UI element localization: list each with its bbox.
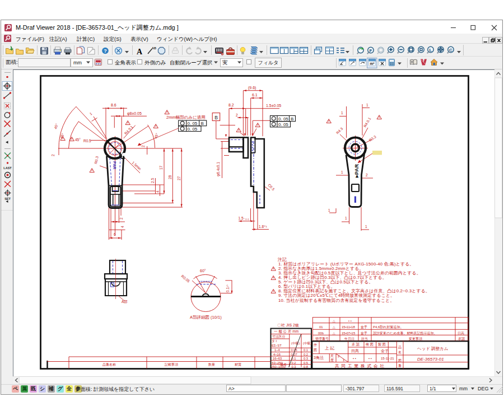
svg-text:0.1: 0.1 <box>304 348 308 352</box>
svg-text:金子: 金子 <box>360 325 367 329</box>
svg-text:製 図: 製 図 <box>378 343 386 347</box>
svg-text:17: 17 <box>159 165 163 170</box>
svg-text:材質: 材質 <box>234 362 241 367</box>
svg-text:6: 6 <box>114 232 116 236</box>
svg-text:• •: • • <box>368 357 372 360</box>
svg-text:年月日: 年月日 <box>344 337 354 341</box>
svg-text:管理番号: 管理番号 <box>315 337 329 341</box>
svg-text:△: △ <box>333 319 335 323</box>
svg-text:1.5±0.05: 1.5±0.05 <box>266 104 281 108</box>
svg-text:2.5: 2.5 <box>151 178 155 183</box>
svg-text:ΕΣι ST: ΕΣι ST <box>272 344 282 347</box>
svg-text:尺: 尺 <box>330 354 334 358</box>
svg-text:DE-36573-01: DE-36573-01 <box>417 357 444 362</box>
svg-text:C0.5: C0.5 <box>267 183 276 192</box>
svg-text:△: △ <box>333 325 335 329</box>
svg-text:承 認: 承 認 <box>351 342 360 347</box>
svg-text:A部: A部 <box>122 300 128 304</box>
svg-text:1: 1 <box>341 170 343 174</box>
svg-text:R4 0.1: R4 0.1 <box>363 116 372 128</box>
svg-text:R0.5: R0.5 <box>83 139 91 143</box>
svg-text:変更事項: 変更事項 <box>409 337 422 340</box>
svg-text:3角法: 3角法 <box>314 356 324 360</box>
svg-text:記載事項: 記載事項 <box>165 362 178 367</box>
svg-text:B: B <box>201 121 204 126</box>
svg-text:品: 品 <box>398 345 402 349</box>
svg-text:2: 2 <box>119 217 123 220</box>
svg-text:00b: 00b <box>318 332 324 335</box>
svg-text:• •: • • <box>348 319 352 323</box>
svg-text:0. 05: 0. 05 <box>278 116 288 122</box>
svg-text:1.5₋₀.₁: 1.5₋₀.₁ <box>239 216 250 220</box>
svg-text:16~63: 16~63 <box>273 357 282 360</box>
svg-text:8.6: 8.6 <box>111 103 116 107</box>
svg-text:0.05: 0.05 <box>291 348 297 352</box>
svg-text:金子: 金子 <box>381 349 389 353</box>
svg-text:2: 2 <box>236 113 238 117</box>
svg-text:0. 05: 0. 05 <box>188 121 198 126</box>
svg-text:R0.3: R0.3 <box>94 156 99 164</box>
svg-text:▸PAR: ▸PAR <box>353 164 360 178</box>
svg-text:作: 作 <box>313 343 317 347</box>
svg-text:4: 4 <box>120 226 124 228</box>
svg-text:28: 28 <box>168 175 172 179</box>
svg-text:共同工業株式会社: 共同工業株式会社 <box>335 363 386 368</box>
svg-text:図: 図 <box>314 348 317 352</box>
svg-text:1~4: 1~4 <box>274 348 281 352</box>
svg-text:度: 度 <box>330 358 334 362</box>
svg-text:R4.3: R4.3 <box>335 127 344 135</box>
svg-text:15•11•18: 15•11•18 <box>342 325 355 329</box>
svg-text:P4,6割れ対策追加。: P4,6割れ対策追加。 <box>373 325 403 329</box>
svg-text:R4 0.1: R4 0.1 <box>124 125 134 136</box>
svg-text:φ6.4±0.1: φ6.4±0.1 <box>216 162 221 176</box>
svg-text:B: B <box>291 116 293 122</box>
svg-text:1: 1 <box>89 111 93 116</box>
svg-text:15•07•15: 15•07•15 <box>342 332 356 335</box>
svg-text:0.5: 0.5 <box>304 361 308 365</box>
svg-text:45°: 45° <box>153 132 159 139</box>
svg-text:承認: 承認 <box>458 337 465 341</box>
svg-text:27: 27 <box>177 176 181 180</box>
svg-text:1: 1 <box>343 358 345 362</box>
svg-text:名: 名 <box>398 351 402 354</box>
svg-text:6.1: 6.1 <box>252 93 258 97</box>
svg-text:担当: 担当 <box>361 337 368 340</box>
svg-text:8.2: 8.2 <box>228 103 234 107</box>
svg-text:数量: 数量 <box>208 363 215 366</box>
svg-text:45°: 45° <box>75 138 81 142</box>
svg-text:1: 1 <box>365 225 367 228</box>
svg-text:1: 1 <box>345 216 347 220</box>
svg-text:0.3: 0.3 <box>292 365 296 368</box>
svg-text:0. 05: 0. 05 <box>188 127 198 132</box>
svg-text:ヘッド 調整カム: ヘッド 調整カム <box>417 346 448 351</box>
svg-text:タ Ι: タ Ι <box>272 339 277 343</box>
svg-text:設計変更のため改番。材料表記指示追加。: 設計変更のため改番。材料表記指示追加。 <box>373 331 437 335</box>
svg-text:一 般 公 差 mm: 一 般 公 差 mm <box>274 329 298 334</box>
svg-text:1: 1 <box>328 208 330 212</box>
svg-text:B: B <box>214 115 218 120</box>
svg-text:• •: • • <box>353 357 356 360</box>
svg-text:2: 2 <box>141 145 145 147</box>
svg-text:1.8⁺¹: 1.8⁺¹ <box>259 225 267 228</box>
svg-text:10. 当社が規制する有害物質の含有規定を遵守すること。: 10. 当社が規制する有害物質の含有規定を遵守すること。 <box>278 298 394 303</box>
svg-text:0. 05: 0. 05 <box>278 122 288 127</box>
svg-text:2mm幅部のみに適用: 2mm幅部のみに適用 <box>166 115 206 120</box>
svg-text:0.8: 0.8 <box>304 365 308 368</box>
svg-text:△: △ <box>333 332 335 335</box>
svg-text:図: 図 <box>398 359 402 363</box>
svg-text:45°: 45° <box>53 123 59 129</box>
svg-text:2: 2 <box>51 154 55 156</box>
svg-text:備考: 備考 <box>280 363 287 367</box>
svg-text:(9.6): (9.6) <box>248 86 256 90</box>
svg-text:0.1¹⁵: 0.1¹⁵ <box>226 284 230 292</box>
svg-text:1: 1 <box>341 111 343 115</box>
svg-text:寸法区分: 寸法区分 <box>272 334 285 339</box>
svg-text:0.2: 0.2 <box>304 353 308 356</box>
svg-text:01: 01 <box>319 325 323 329</box>
svg-text:〇社 JIS 2級: 〇社 JIS 2級 <box>277 323 299 327</box>
svg-text:R3.3: R3.3 <box>368 134 377 142</box>
svg-text:60°: 60° <box>200 269 206 273</box>
svg-text:検 図: 検 図 <box>366 342 374 347</box>
svg-text:番: 番 <box>398 363 402 368</box>
svg-text:15-11-21: 15-11-21 <box>381 357 394 360</box>
